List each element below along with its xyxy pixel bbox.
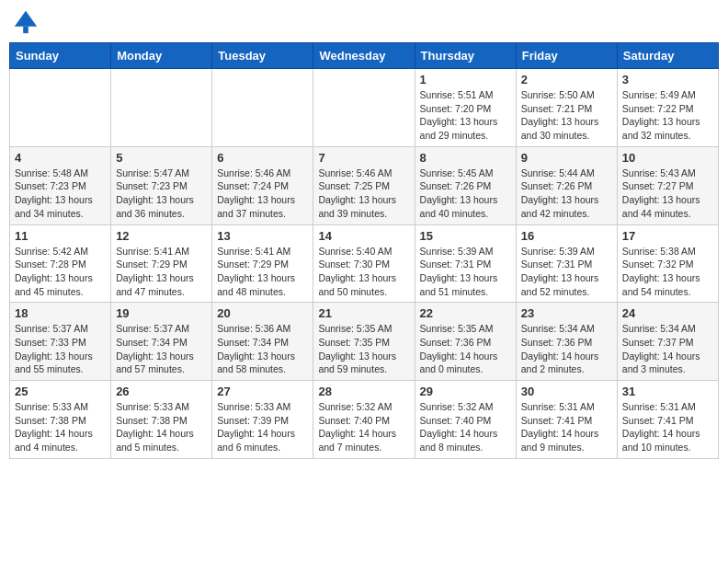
calendar-cell: 13Sunrise: 5:41 AM Sunset: 7:29 PM Dayli… [212, 224, 313, 303]
calendar-cell: 1Sunrise: 5:51 AM Sunset: 7:20 PM Daylig… [415, 69, 516, 147]
day-info: Sunrise: 5:36 AM Sunset: 7:34 PM Dayligh… [217, 322, 308, 376]
calendar-cell: 8Sunrise: 5:45 AM Sunset: 7:26 PM Daylig… [415, 146, 516, 224]
day-number: 10 [622, 151, 713, 165]
svg-rect-1 [23, 27, 28, 33]
calendar-cell: 21Sunrise: 5:35 AM Sunset: 7:35 PM Dayli… [313, 303, 415, 381]
calendar-cell: 14Sunrise: 5:40 AM Sunset: 7:30 PM Dayli… [313, 224, 415, 303]
day-number: 25 [15, 385, 106, 398]
calendar-cell: 20Sunrise: 5:36 AM Sunset: 7:34 PM Dayli… [212, 303, 313, 381]
day-info: Sunrise: 5:31 AM Sunset: 7:41 PM Dayligh… [521, 400, 612, 454]
calendar-cell: 30Sunrise: 5:31 AM Sunset: 7:41 PM Dayli… [516, 381, 617, 459]
day-info: Sunrise: 5:31 AM Sunset: 7:41 PM Dayligh… [622, 400, 713, 454]
weekday-header-tuesday: Tuesday [212, 43, 313, 69]
day-number: 26 [116, 385, 207, 398]
calendar-week-row-3: 11Sunrise: 5:42 AM Sunset: 7:28 PM Dayli… [10, 224, 719, 303]
day-info: Sunrise: 5:47 AM Sunset: 7:23 PM Dayligh… [116, 167, 207, 221]
calendar-week-row-1: 1Sunrise: 5:51 AM Sunset: 7:20 PM Daylig… [10, 69, 719, 147]
calendar-cell: 16Sunrise: 5:39 AM Sunset: 7:31 PM Dayli… [516, 224, 617, 303]
day-number: 22 [420, 306, 511, 320]
day-info: Sunrise: 5:46 AM Sunset: 7:25 PM Dayligh… [318, 167, 409, 221]
weekday-header-friday: Friday [516, 43, 617, 69]
day-number: 19 [116, 306, 207, 320]
weekday-header-thursday: Thursday [415, 43, 516, 69]
day-number: 20 [217, 306, 308, 320]
day-number: 21 [318, 306, 409, 320]
day-info: Sunrise: 5:39 AM Sunset: 7:31 PM Dayligh… [420, 245, 511, 299]
day-number: 9 [521, 151, 612, 165]
day-info: Sunrise: 5:48 AM Sunset: 7:23 PM Dayligh… [15, 167, 106, 221]
day-number: 12 [116, 229, 207, 243]
day-number: 28 [318, 385, 409, 398]
calendar-table: SundayMondayTuesdayWednesdayThursdayFrid… [9, 42, 719, 459]
logo-icon [13, 9, 39, 35]
weekday-header-sunday: Sunday [10, 43, 111, 69]
calendar-cell: 31Sunrise: 5:31 AM Sunset: 7:41 PM Dayli… [617, 381, 718, 459]
calendar-cell: 25Sunrise: 5:33 AM Sunset: 7:38 PM Dayli… [10, 381, 111, 459]
calendar-week-row-4: 18Sunrise: 5:37 AM Sunset: 7:33 PM Dayli… [10, 303, 719, 381]
day-info: Sunrise: 5:33 AM Sunset: 7:39 PM Dayligh… [217, 400, 308, 454]
calendar-week-row-5: 25Sunrise: 5:33 AM Sunset: 7:38 PM Dayli… [10, 381, 719, 459]
page-header [9, 9, 719, 35]
day-info: Sunrise: 5:38 AM Sunset: 7:32 PM Dayligh… [622, 245, 713, 299]
day-number: 1 [420, 73, 511, 86]
day-info: Sunrise: 5:35 AM Sunset: 7:36 PM Dayligh… [420, 322, 511, 376]
day-number: 5 [116, 151, 207, 165]
day-number: 6 [217, 151, 308, 165]
calendar-cell: 10Sunrise: 5:43 AM Sunset: 7:27 PM Dayli… [617, 146, 718, 224]
calendar-cell: 6Sunrise: 5:46 AM Sunset: 7:24 PM Daylig… [212, 146, 313, 224]
day-info: Sunrise: 5:43 AM Sunset: 7:27 PM Dayligh… [622, 167, 713, 221]
calendar-cell: 11Sunrise: 5:42 AM Sunset: 7:28 PM Dayli… [10, 224, 111, 303]
calendar-cell: 26Sunrise: 5:33 AM Sunset: 7:38 PM Dayli… [111, 381, 212, 459]
weekday-header-monday: Monday [111, 43, 212, 69]
calendar-cell: 18Sunrise: 5:37 AM Sunset: 7:33 PM Dayli… [10, 303, 111, 381]
day-info: Sunrise: 5:51 AM Sunset: 7:20 PM Dayligh… [420, 88, 511, 143]
calendar-cell: 9Sunrise: 5:44 AM Sunset: 7:26 PM Daylig… [516, 146, 617, 224]
calendar-cell: 22Sunrise: 5:35 AM Sunset: 7:36 PM Dayli… [415, 303, 516, 381]
day-number: 8 [420, 151, 511, 165]
day-info: Sunrise: 5:42 AM Sunset: 7:28 PM Dayligh… [15, 245, 106, 299]
day-info: Sunrise: 5:40 AM Sunset: 7:30 PM Dayligh… [318, 245, 409, 299]
day-number: 16 [521, 229, 612, 243]
calendar-cell: 24Sunrise: 5:34 AM Sunset: 7:37 PM Dayli… [617, 303, 718, 381]
calendar-cell [313, 69, 415, 147]
day-info: Sunrise: 5:32 AM Sunset: 7:40 PM Dayligh… [318, 400, 409, 454]
day-number: 13 [217, 229, 308, 243]
day-number: 11 [15, 229, 106, 243]
calendar-cell: 7Sunrise: 5:46 AM Sunset: 7:25 PM Daylig… [313, 146, 415, 224]
calendar-cell: 27Sunrise: 5:33 AM Sunset: 7:39 PM Dayli… [212, 381, 313, 459]
calendar-cell: 5Sunrise: 5:47 AM Sunset: 7:23 PM Daylig… [111, 146, 212, 224]
day-info: Sunrise: 5:41 AM Sunset: 7:29 PM Dayligh… [116, 245, 207, 299]
day-info: Sunrise: 5:41 AM Sunset: 7:29 PM Dayligh… [217, 245, 308, 299]
day-number: 31 [622, 385, 713, 398]
day-info: Sunrise: 5:37 AM Sunset: 7:33 PM Dayligh… [15, 322, 106, 376]
day-number: 24 [622, 306, 713, 320]
day-info: Sunrise: 5:34 AM Sunset: 7:36 PM Dayligh… [521, 322, 612, 376]
day-info: Sunrise: 5:46 AM Sunset: 7:24 PM Dayligh… [217, 167, 308, 221]
calendar-cell: 2Sunrise: 5:50 AM Sunset: 7:21 PM Daylig… [516, 69, 617, 147]
calendar-cell: 4Sunrise: 5:48 AM Sunset: 7:23 PM Daylig… [10, 146, 111, 224]
svg-marker-0 [15, 11, 37, 27]
day-info: Sunrise: 5:33 AM Sunset: 7:38 PM Dayligh… [15, 400, 106, 454]
day-info: Sunrise: 5:44 AM Sunset: 7:26 PM Dayligh… [521, 167, 612, 221]
day-number: 7 [318, 151, 409, 165]
day-number: 27 [217, 385, 308, 398]
calendar-cell: 19Sunrise: 5:37 AM Sunset: 7:34 PM Dayli… [111, 303, 212, 381]
calendar-cell [10, 69, 111, 147]
day-number: 4 [15, 151, 106, 165]
calendar-cell: 23Sunrise: 5:34 AM Sunset: 7:36 PM Dayli… [516, 303, 617, 381]
day-info: Sunrise: 5:49 AM Sunset: 7:22 PM Dayligh… [622, 88, 713, 143]
day-info: Sunrise: 5:35 AM Sunset: 7:35 PM Dayligh… [318, 322, 409, 376]
day-number: 14 [318, 229, 409, 243]
calendar-cell [111, 69, 212, 147]
day-info: Sunrise: 5:39 AM Sunset: 7:31 PM Dayligh… [521, 245, 612, 299]
day-info: Sunrise: 5:33 AM Sunset: 7:38 PM Dayligh… [116, 400, 207, 454]
day-info: Sunrise: 5:32 AM Sunset: 7:40 PM Dayligh… [420, 400, 511, 454]
weekday-header-wednesday: Wednesday [313, 43, 415, 69]
day-number: 29 [420, 385, 511, 398]
day-number: 15 [420, 229, 511, 243]
calendar-cell: 12Sunrise: 5:41 AM Sunset: 7:29 PM Dayli… [111, 224, 212, 303]
weekday-header-saturday: Saturday [617, 43, 718, 69]
logo [13, 9, 42, 35]
calendar-cell [212, 69, 313, 147]
day-number: 23 [521, 306, 612, 320]
